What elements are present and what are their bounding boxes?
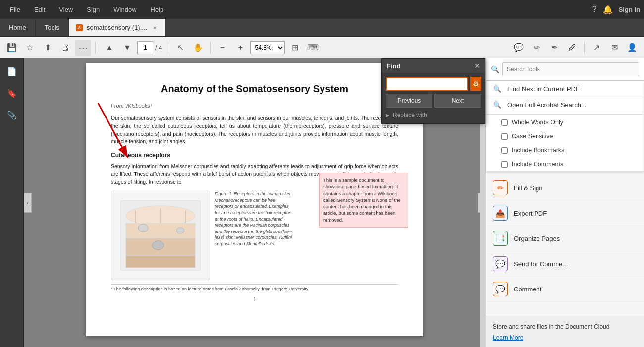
toolbar-separator-1: [95, 42, 96, 54]
case-sensitive-checkbox[interactable]: [501, 133, 508, 140]
whole-words-checkbox[interactable]: [501, 119, 508, 126]
search-tools-input[interactable]: [502, 62, 639, 76]
find-next-pdf-item[interactable]: 🔍 Find Next in Current PDF: [486, 81, 644, 97]
bookmark-button[interactable]: ☆: [22, 40, 38, 56]
zoom-select[interactable]: 54.8% 50% 75% 100%: [250, 41, 285, 54]
comment-tool[interactable]: 💬 Comment: [486, 277, 644, 302]
export-pdf-label: Export PDF: [514, 210, 547, 217]
nav-file[interactable]: File: [4, 4, 26, 15]
whole-words-label: Whole Words Only: [512, 119, 563, 126]
right-panel: 🔍 🔍 Find Next in Current PDF 🔍 Open Full…: [485, 58, 644, 347]
tab-document[interactable]: A somatosensory (1).... ×: [69, 19, 165, 36]
learn-more-link[interactable]: Learn More: [493, 334, 523, 341]
find-replace-row[interactable]: ▶ Replace with: [386, 111, 481, 119]
dropdown-separator: [486, 114, 644, 115]
toolbar-right: 💬 ✏ ✒ 🖊 ↗ ✉ 👤: [511, 40, 640, 56]
find-input-row: ⚙: [386, 77, 481, 91]
svg-rect-6: [126, 255, 195, 268]
nav-view[interactable]: View: [53, 4, 79, 15]
case-sensitive-option[interactable]: Case Sensitive: [486, 129, 644, 143]
pdf-page-number: 1: [111, 296, 398, 302]
tab-close-button[interactable]: ×: [151, 24, 158, 32]
nav-window[interactable]: Window: [107, 4, 142, 15]
attachments-button[interactable]: 📎: [3, 106, 21, 124]
pen-button[interactable]: 🖊: [564, 40, 580, 56]
nav-help[interactable]: Help: [145, 4, 170, 15]
cursor-tool-button[interactable]: ↖: [172, 40, 188, 56]
find-settings-button[interactable]: ⚙: [470, 77, 481, 91]
find-search-input[interactable]: [386, 77, 468, 91]
svg-rect-4: [126, 223, 195, 238]
open-search-icon: 🔍: [493, 101, 502, 109]
attachments-icon: 📎: [7, 111, 17, 120]
prev-page-button[interactable]: ▲: [102, 40, 117, 56]
include-comments-checkbox[interactable]: [501, 161, 508, 168]
collapse-left-button[interactable]: ‹: [24, 193, 32, 213]
save-button[interactable]: 💾: [4, 40, 20, 56]
hand-tool-button[interactable]: ✋: [190, 40, 206, 56]
find-dialog-header: Find ✕: [382, 59, 485, 73]
upload-button[interactable]: ⬆: [40, 40, 55, 56]
zoom-in-button[interactable]: +: [232, 40, 248, 56]
pencil-button[interactable]: ✏: [529, 40, 544, 56]
next-page-button[interactable]: ▼: [119, 40, 135, 56]
tab-home[interactable]: Home: [0, 19, 36, 36]
right-panel-tools: ✏ Fill & Sign 📤 Export PDF 📑 Organize Pa…: [486, 172, 644, 317]
user-button[interactable]: 👤: [624, 40, 640, 56]
send-comment-icon: 💬: [493, 256, 508, 271]
include-bookmarks-checkbox[interactable]: [501, 147, 508, 154]
page-number-input[interactable]: [137, 41, 153, 54]
fit-page-button[interactable]: ⊞: [287, 40, 303, 56]
find-previous-button[interactable]: Previous: [386, 94, 432, 108]
pdf-figure-caption: Figure 1: Receptors in the human skin: M…: [215, 191, 294, 280]
signin-button[interactable]: Sign In: [619, 6, 640, 13]
include-bookmarks-label: Include Bookmarks: [512, 147, 564, 154]
email-button[interactable]: ✉: [606, 40, 622, 56]
fill-sign-tool[interactable]: ✏ Fill & Sign: [486, 175, 644, 201]
toolbar-separator-4: [584, 42, 585, 54]
organize-pages-icon: 📑: [493, 231, 508, 246]
find-dialog-close-button[interactable]: ✕: [474, 62, 480, 70]
fill-sign-label: Fill & Sign: [514, 184, 543, 192]
whole-words-option[interactable]: Whole Words Only: [486, 116, 644, 129]
find-next-button[interactable]: Next: [434, 94, 481, 108]
pdf-paragraph-1: Our somatosensory system consists of sen…: [111, 115, 398, 146]
open-full-search-item[interactable]: 🔍 Open Full Acrobat Search...: [486, 97, 644, 113]
keyboard-button[interactable]: ⌨: [305, 40, 321, 56]
include-bookmarks-option[interactable]: Include Bookmarks: [486, 143, 644, 157]
document-cloud-text: Store and share files in the Document Cl…: [493, 322, 637, 331]
notifications-icon[interactable]: 🔔: [603, 5, 613, 14]
help-icon[interactable]: ?: [592, 5, 597, 14]
draw-button[interactable]: ✒: [546, 40, 562, 56]
pdf-subtitle: From Wikibooks¹: [111, 103, 398, 109]
comment-button[interactable]: 💬: [511, 40, 527, 56]
print-button[interactable]: 🖨: [57, 40, 73, 56]
include-comments-label: Include Comments: [512, 161, 563, 168]
tab-tools[interactable]: Tools: [36, 19, 69, 36]
organize-pages-tool[interactable]: 📑 Organize Pages: [486, 226, 644, 251]
pdf-footnote: ¹ The following description is based on …: [111, 284, 398, 291]
top-nav: File Edit View Sign Window Help ? 🔔 Sign…: [0, 0, 644, 19]
print-icon: 🖨: [61, 43, 69, 52]
open-full-search-label: Open Full Acrobat Search...: [507, 101, 587, 109]
left-panel: 📄 🔖 📎: [0, 58, 24, 347]
organize-pages-label: Organize Pages: [514, 235, 560, 242]
thumbnails-button[interactable]: 📄: [3, 62, 21, 80]
replace-expand-icon: ▶: [386, 113, 390, 118]
send-comment-tool[interactable]: 💬 Send for Comme...: [486, 251, 644, 277]
bookmarks-panel-button[interactable]: 🔖: [3, 84, 21, 102]
case-sensitive-label: Case Sensitive: [512, 133, 553, 140]
save-icon: 💾: [7, 43, 17, 52]
include-comments-option[interactable]: Include Comments: [486, 157, 644, 171]
tab-bar: Home Tools A somatosensory (1).... ×: [0, 19, 644, 37]
nav-edit[interactable]: Edit: [28, 4, 51, 15]
pdf-annotation-note: This is a sample document to showcase pa…: [319, 173, 408, 228]
export-pdf-tool[interactable]: 📤 Export PDF: [486, 201, 644, 226]
bookmark-icon: ☆: [26, 43, 33, 52]
nav-sign[interactable]: Sign: [81, 4, 106, 15]
more-options-button[interactable]: ⋯: [75, 40, 91, 56]
share-button[interactable]: ↗: [589, 40, 604, 56]
zoom-out-button[interactable]: −: [215, 40, 230, 56]
search-tools-icon: 🔍: [491, 65, 499, 73]
pdf-title: Anatomy of the Somatosensory System: [111, 83, 398, 95]
